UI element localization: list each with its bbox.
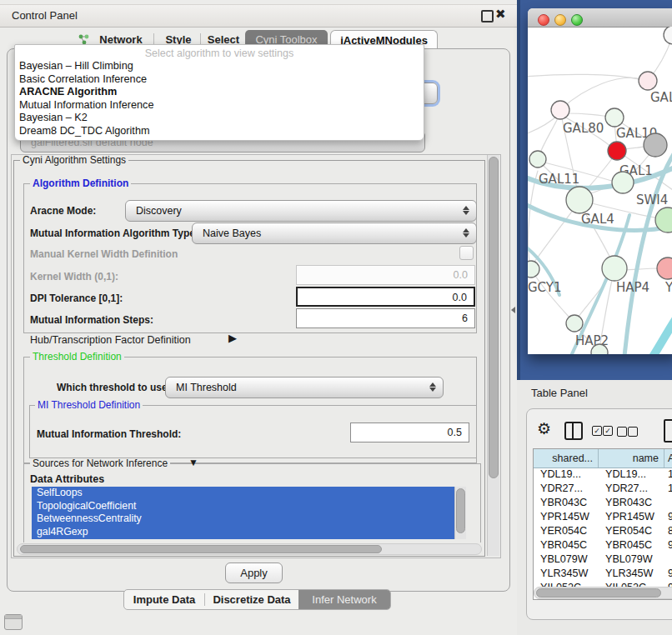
bottom-tab-strip: Impute Data Discretize Data Infer Networ… [123,589,391,610]
scrollbar-thumb[interactable] [489,157,499,478]
network-node[interactable] [602,256,627,281]
mi-steps-input[interactable]: 6 [296,308,475,328]
network-node[interactable] [657,258,672,279]
dropdown-item[interactable]: Basic Correlation Inference [15,73,424,87]
network-window-titlebar[interactable] [528,8,672,28]
deselect-all-checkbox-icon[interactable] [628,427,638,437]
network-node[interactable] [612,172,634,193]
aracne-mode-combobox[interactable]: Discovery [125,200,477,222]
kernel-width-input[interactable]: 0.0 [296,265,475,285]
minimized-panel-icon[interactable] [4,614,23,630]
dpi-tolerance-input[interactable]: 0.0 [296,287,475,307]
table-row[interactable]: YPR145WYPR145W9. [534,510,672,524]
network-canvas[interactable]: GALGAL80GAL10GAL1GAL11SWI4GAL4GCY1HAP4YH… [528,27,672,354]
attribute-list-item[interactable]: SelfLoops [32,487,454,500]
table-cell: YPR145W [534,510,599,524]
mi-threshold-input[interactable]: 0.5 [350,422,469,442]
dropdown-item[interactable]: Mutual Information Inference [15,99,424,112]
app-root: { "control_panel": { "title": "Control P… [0,0,672,635]
data-attributes-list[interactable]: SelfLoopsTopologicalCoefficientBetweenne… [32,487,454,539]
dropdown-item[interactable]: ARACNE Algorithm [15,86,424,99]
select-all-checkbox-icon[interactable]: ✓ [592,426,602,436]
table-cell: YBR045C [534,538,599,552]
which-threshold-value: MI Threshold [166,378,443,398]
close-traffic-light-icon[interactable] [538,14,549,26]
table-cell: YER054C [599,524,664,538]
gear-icon[interactable]: ⚙ [537,420,551,438]
network-node[interactable] [529,151,546,168]
network-node[interactable] [566,315,583,332]
column-header-shared-name[interactable]: shared... [534,449,599,468]
which-threshold-combobox[interactable]: MI Threshold [165,377,444,398]
mi-steps-label: Mutual Information Steps: [30,314,153,326]
table-cell [664,552,672,567]
which-threshold-label: Which threshold to use: [57,382,171,393]
table-horizontal-scrollbar[interactable] [534,587,672,599]
network-window[interactable]: GALGAL80GAL10GAL1GAL11SWI4GAL4GCY1HAP4YH… [528,8,672,354]
dropdown-item[interactable]: Bayesian – K2 [15,112,424,125]
dropdown-item[interactable]: Dream8 DC_TDC Algorithm [15,125,424,138]
network-node[interactable] [664,27,672,44]
scrollbar-thumb[interactable] [20,545,382,553]
tab-infer-network[interactable]: Infer Network [298,590,390,609]
table-row[interactable]: YDL19...YDL19...13 [534,468,672,482]
table-row[interactable]: YBL079WYBL079W [534,552,672,567]
network-node[interactable] [551,101,569,119]
attribute-list-item[interactable]: BetweennessCentrality [32,512,454,526]
table-cell: YDR27... [534,482,599,496]
deselect-all-checkbox-icon[interactable] [617,427,627,437]
network-node[interactable] [644,133,667,157]
attribute-list-item[interactable]: gal4RGexp [32,526,454,539]
aracne-mode-label: Aracne Mode: [30,205,96,217]
control-panel-title: Control Panel [12,5,78,27]
scrollbar-thumb[interactable] [456,488,465,533]
network-node[interactable] [566,187,593,213]
minimize-traffic-light-icon[interactable] [554,14,566,26]
table-row[interactable]: YBR043CYBR043C [534,496,672,510]
dropdown-item[interactable]: Bayesian – Hill Climbing [15,60,424,73]
table-row[interactable]: YLR345WYLR345W9. [534,567,672,581]
close-icon[interactable]: ✖ [495,3,506,25]
float-window-icon[interactable] [481,10,494,22]
hub-definition-label[interactable]: Hub/Transcription Factor Definition [30,334,191,346]
sources-collapse-arrow-icon[interactable]: ▼ [188,457,198,468]
algorithm-dropdown-list: Bayesian – Hill ClimbingBasic Correlatio… [15,60,424,138]
table-cell: YDR27... [599,482,664,496]
network-node[interactable] [639,72,657,90]
tab-discretize-data[interactable]: Discretize Data [205,590,298,609]
table-cell: YBR043C [534,496,599,510]
show-columns-icon[interactable] [564,422,583,440]
mi-type-label: Mutual Information Algorithm Type: [30,228,198,239]
manual-kernel-checkbox[interactable] [459,246,474,260]
network-node[interactable] [608,142,626,160]
column-header-name[interactable]: name [599,449,664,468]
cyni-algorithm-settings-label: Cyni Algorithm Settings [20,155,128,166]
network-node[interactable] [528,261,539,278]
network-node-label: GAL80 [563,121,604,136]
hub-expand-arrow-icon[interactable]: ▶ [228,332,237,344]
zoom-traffic-light-icon[interactable] [571,14,583,26]
mi-threshold-definition-label: MI Threshold Definition [35,400,143,411]
table-cell: 12 [664,482,672,496]
column-header-clipped[interactable]: A [664,449,672,468]
splitter-collapse-icon[interactable] [511,307,515,313]
scrollbar-thumb[interactable] [536,588,661,598]
table-row[interactable]: YDR27...YDR27...12 [534,482,672,496]
table-row[interactable]: YER054CYER054C8. [534,524,672,538]
table-row[interactable]: YBR045CYBR045C9. [534,538,672,552]
apply-button[interactable]: Apply [225,562,283,583]
export-table-icon[interactable] [664,419,672,442]
sources-label: Sources for Network Inference [30,458,170,469]
attributes-list-scrollbar[interactable] [454,487,466,539]
select-all-checkbox-icon[interactable]: ✓ [603,426,613,436]
settings-vertical-scrollbar[interactable] [487,155,499,556]
tab-impute-data[interactable]: Impute Data [124,590,204,609]
network-node-label: GCY1 [528,280,562,295]
node-table[interactable]: shared... name A YDL19...YDL19...13YDR27… [533,448,672,600]
table-cell: YBR043C [599,496,664,510]
settings-horizontal-scrollbar[interactable] [17,543,482,555]
network-node[interactable] [605,108,624,127]
mi-type-combobox[interactable]: Naive Bayes [192,222,477,244]
dpi-tolerance-label: DPI Tolerance [0,1]: [30,292,123,304]
attribute-list-item[interactable]: TopologicalCoefficient [32,500,454,513]
